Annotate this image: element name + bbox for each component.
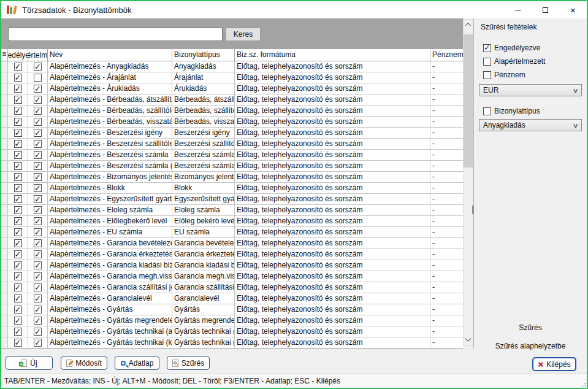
table-row[interactable]: Alapértelmezés - Bizományos jelentés Biz… (1, 172, 463, 183)
filter-default-checkbox[interactable] (483, 58, 491, 66)
row-selector[interactable] (1, 227, 8, 237)
row-selector[interactable] (1, 271, 8, 282)
default-checkbox[interactable] (34, 151, 42, 159)
vertical-scrollbar[interactable] (463, 19, 473, 346)
enabled-checkbox[interactable] (14, 228, 22, 236)
row-selector[interactable] (1, 216, 8, 226)
table-row[interactable]: Alapértelmezés - Beszerzési szállítólevé… (1, 139, 463, 150)
filter-doctype-checkbox[interactable] (483, 107, 491, 115)
filter-button[interactable]: Szűrés (167, 356, 210, 370)
column-header-type[interactable]: Bizonylattípus (172, 49, 235, 61)
row-selector[interactable] (1, 172, 8, 182)
minimize-button[interactable] (504, 1, 532, 18)
table-row[interactable]: Alapértelmezés - Bérbeadás, átszállítás … (1, 94, 463, 106)
row-selector[interactable] (1, 194, 8, 204)
table-row[interactable]: Alapértelmezés - Bérbeadás, szállítólevé… (1, 106, 463, 117)
table-row[interactable]: Alapértelmezés - Árukiadás Árukiadás Elő… (1, 83, 463, 94)
default-checkbox[interactable] (34, 228, 42, 236)
table-row[interactable]: Alapértelmezés - Beszerzési számla Besze… (1, 150, 463, 161)
table-row[interactable]: Alapértelmezés - Árajánlat Árajánlat Elő… (1, 72, 463, 83)
default-checkbox[interactable] (34, 96, 42, 104)
currency-select[interactable]: EUR ∨ (479, 84, 582, 96)
default-checkbox[interactable] (34, 118, 42, 126)
row-selector[interactable] (1, 72, 8, 83)
row-selector[interactable] (1, 293, 8, 304)
row-selector[interactable] (1, 183, 8, 193)
table-row[interactable]: Alapértelmezés - Garancialevél Garancial… (1, 293, 463, 304)
column-header-default[interactable]: Alapértelmezett (28, 49, 48, 61)
default-checkbox[interactable] (34, 107, 42, 115)
default-checkbox[interactable] (34, 195, 42, 203)
enabled-checkbox[interactable] (14, 306, 22, 314)
column-header-selector[interactable]: ≣ (1, 49, 8, 61)
row-selector[interactable] (1, 150, 8, 160)
default-checkbox[interactable] (34, 306, 42, 314)
enabled-checkbox[interactable] (14, 195, 22, 203)
default-checkbox[interactable] (34, 283, 42, 291)
maximize-button[interactable] (532, 1, 559, 18)
table-row[interactable]: Alapértelmezés - Egyszerűsített gyártás … (1, 194, 463, 205)
default-checkbox[interactable] (34, 317, 42, 325)
table-row[interactable]: Alapértelmezés - Gyártás megrendelés Gyá… (1, 315, 463, 326)
enabled-checkbox[interactable] (14, 162, 22, 170)
enabled-checkbox[interactable] (14, 317, 22, 325)
default-checkbox[interactable] (34, 129, 42, 137)
default-checkbox[interactable] (34, 339, 42, 347)
default-checkbox[interactable] (34, 217, 42, 225)
resize-grip[interactable] (579, 380, 586, 387)
column-header-format[interactable]: Biz.sz. formátuma (235, 49, 430, 61)
row-selector[interactable] (1, 304, 8, 315)
table-row[interactable]: Alapértelmezés - Gyártás technikai (any.… (1, 326, 463, 337)
enabled-checkbox[interactable] (14, 118, 22, 126)
scrollbar-thumb[interactable] (464, 34, 473, 168)
default-checkbox[interactable] (34, 272, 42, 280)
enabled-checkbox[interactable] (14, 173, 22, 181)
default-checkbox[interactable] (34, 173, 42, 181)
row-selector[interactable] (1, 282, 8, 293)
enabled-checkbox[interactable] (14, 85, 22, 93)
row-selector[interactable] (1, 161, 8, 171)
enabled-checkbox[interactable] (14, 151, 22, 159)
row-selector[interactable] (1, 117, 8, 127)
default-checkbox[interactable] (34, 239, 42, 247)
column-header-currency[interactable]: Pénznem (430, 49, 463, 61)
enabled-checkbox[interactable] (14, 250, 22, 258)
table-row[interactable]: Alapértelmezés - Garancia megh.vissza ra… (1, 271, 463, 282)
enabled-checkbox[interactable] (14, 129, 22, 137)
table-row[interactable]: Alapértelmezés - Gyártás technikai (kiad… (1, 337, 463, 349)
default-checkbox[interactable] (34, 162, 42, 170)
search-button[interactable]: Keres (226, 28, 261, 41)
table-row[interactable]: Alapértelmezés - Beszerzési igény Beszer… (1, 128, 463, 139)
search-input[interactable] (8, 28, 223, 41)
enabled-checkbox[interactable] (14, 272, 22, 280)
default-checkbox[interactable] (34, 184, 42, 192)
enabled-checkbox[interactable] (14, 328, 22, 336)
enabled-checkbox[interactable] (14, 184, 22, 192)
row-selector[interactable] (1, 260, 8, 271)
row-selector[interactable] (1, 205, 8, 215)
new-button[interactable]: + Új (6, 356, 53, 370)
enabled-checkbox[interactable] (14, 217, 22, 225)
enabled-checkbox[interactable] (14, 96, 22, 104)
table-row[interactable]: Alapértelmezés - Bérbeadás, visszatárolá… (1, 117, 463, 128)
modify-button[interactable]: Módosít (61, 356, 107, 370)
table-row[interactable]: Alapértelmezés - Garancia szállítási jel… (1, 282, 463, 293)
doctype-select[interactable]: Anyagkiadás ∨ (479, 119, 582, 131)
table-row[interactable]: Alapértelmezés - Garancia kiadási bizony… (1, 260, 463, 271)
row-selector[interactable] (1, 337, 8, 348)
enabled-checkbox[interactable] (14, 74, 22, 82)
exit-button[interactable]: × Kilépés (532, 357, 576, 371)
enabled-checkbox[interactable] (14, 107, 22, 115)
scroll-up-button[interactable] (464, 20, 473, 30)
enabled-checkbox[interactable] (14, 339, 22, 347)
enabled-checkbox[interactable] (14, 283, 22, 291)
enabled-checkbox[interactable] (14, 140, 22, 148)
enabled-checkbox[interactable] (14, 295, 22, 302)
close-button[interactable]: × (559, 1, 587, 18)
table-row[interactable]: Alapértelmezés - Gyártás Gyártás Előtag,… (1, 304, 463, 315)
default-checkbox[interactable] (34, 85, 42, 93)
row-selector[interactable] (1, 139, 8, 149)
default-checkbox[interactable] (34, 261, 42, 269)
default-checkbox[interactable] (34, 140, 42, 148)
table-row[interactable]: Alapértelmezés - EU számla EU számla Elő… (1, 227, 463, 238)
